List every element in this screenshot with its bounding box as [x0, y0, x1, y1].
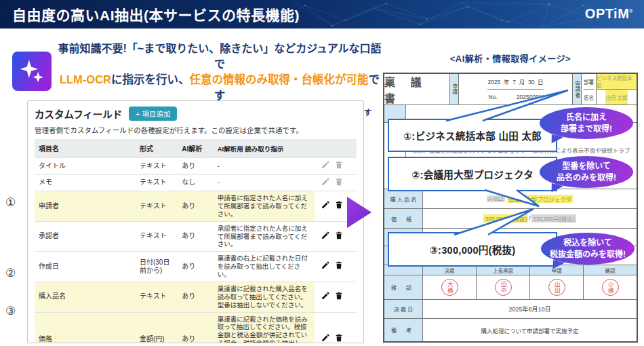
doc-decision-value: 2025年8月10日 — [423, 300, 637, 318]
table-row: 作成日 日付(30日前から) あり 稟議書の右上に記載された日付を読み取って抽出… — [35, 252, 357, 282]
sparkles-icon — [12, 52, 52, 91]
pencil-icon[interactable] — [319, 292, 332, 302]
marker-3: ③ — [5, 304, 16, 318]
bubble-1: 氏名に加え 部署まで取得! — [540, 107, 633, 139]
callout-3: ③:300,000円(税抜) — [388, 232, 557, 267]
marker-2: ② — [5, 266, 16, 280]
doc-confirm-label: 確 認 — [384, 275, 423, 299]
arrow-right-icon — [347, 197, 371, 228]
doc-dept-value: ビジネス統括本部 — [597, 74, 637, 90]
table-row-highlighted: 申請者 テキスト あり 申請者に指定された人名に加えて所属部署まで読み取ってくだ… — [35, 191, 357, 222]
optim-logo: OPTiM® — [585, 6, 633, 22]
pencil-icon[interactable] — [319, 334, 332, 343]
pencil-icon[interactable] — [319, 231, 332, 242]
table-header-row: 項目名 形式 AI解析 AI解析用 読み取り指示 — [35, 139, 357, 158]
page-title: 自由度の高いAI抽出(本サービスの特長機能) — [0, 4, 300, 24]
trash-icon[interactable] — [332, 178, 346, 188]
trash-icon[interactable] — [332, 201, 346, 211]
doc-stamps-row: 確 認 大橋 田中 山田 小橋 — [384, 275, 637, 300]
table-row-highlighted: 価格 金額(円) あり 稟議書に記載された価格を読み取って抽出してください。税抜… — [35, 312, 357, 343]
doc-dept-label: 部署 — [584, 74, 594, 90]
column-header-name: 項目名 — [35, 139, 136, 158]
table-row-highlighted: 購入品名 テキスト あり 稟議書に記載された購入品名を読み取って抽出してください… — [35, 282, 357, 312]
column-header-actions — [315, 139, 357, 158]
doc-approval-header: 決裁 — [423, 265, 477, 275]
add-field-button[interactable]: + 項目追加 — [129, 107, 177, 121]
preview-title: <AI解析・情報取得イメージ> — [383, 52, 638, 64]
trash-icon[interactable] — [332, 231, 346, 242]
doc-name-value: 山田 太郎 — [605, 90, 627, 104]
doc-name-label: 氏名 — [584, 90, 594, 104]
pencil-icon[interactable] — [319, 201, 332, 211]
marker-1: ① — [5, 195, 16, 210]
pencil-icon[interactable] — [319, 261, 332, 271]
doc-approval-header-row: 決裁 上長承認 申請 確認 — [384, 265, 637, 275]
column-header-format: 形式 — [136, 139, 178, 158]
trash-icon[interactable] — [332, 261, 346, 271]
doc-approval-header: 確認 — [584, 265, 637, 275]
callout-3-pointer — [444, 206, 546, 236]
trash-icon[interactable] — [332, 161, 346, 171]
custom-fields-table: 項目名 形式 AI解析 AI解析用 読み取り指示 タイトル テキスト あり - … — [35, 139, 357, 343]
trash-icon[interactable] — [332, 292, 346, 302]
table-row: 承認者 テキスト あり 承認者に指定された人名に加えて所属部署まで読み取ってくだ… — [35, 221, 357, 252]
panel-description: 管理者側でカスタムフィールドの各種設定が行えます。この設定は企業で共通です。 — [35, 125, 357, 135]
doc-notes-value: 購入処理について申請部署で実施予定 — [423, 319, 637, 341]
banner: 自由度の高いAI抽出(本サービスの特長機能) OPTiM® — [0, 0, 644, 28]
pencil-icon[interactable] — [319, 178, 332, 188]
stamp-seal: 大橋 — [441, 279, 458, 296]
column-header-instruction: AI解析用 読み取り指示 — [214, 139, 315, 158]
bubble-2: 型番を除いて 品名のみを取得! — [540, 156, 633, 188]
callout-1: ①:ビジネス統括本部 山田 太郎 — [388, 119, 557, 152]
pencil-icon[interactable] — [319, 161, 332, 171]
doc-notes-label: 備 考 — [384, 319, 423, 341]
callout-2: ②:会議用大型プロジェクタ — [388, 157, 557, 191]
doc-decision-label: 決 裁 日 — [384, 300, 423, 318]
doc-item-label: 購 入 品 名 — [384, 189, 423, 208]
bubble-3: 税込を除いて 税抜金額のみを取得! — [541, 233, 635, 265]
panel-title: カスタムフィールド — [35, 107, 122, 121]
doc-approval-header: 上長承認 — [477, 265, 530, 275]
doc-price-label: 価 格 — [384, 209, 423, 228]
doc-decision-row: 決 裁 日 2025年8月10日 — [384, 300, 637, 319]
slide: { "banner": { "title": "自由度の高いAI抽出(本サービス… — [0, 0, 644, 346]
doc-notes-row: 備 考 購入処理について申請部署で実施予定 — [384, 319, 637, 341]
custom-fields-panel: カスタムフィールド + 項目追加 管理者側でカスタムフィールドの各種設定が行えま… — [27, 100, 364, 343]
stamp-seal: 山田 — [548, 279, 565, 296]
stamp-seal: 田中 — [495, 279, 512, 296]
table-row: タイトル テキスト あり - — [35, 158, 357, 175]
column-header-ai: AI解析 — [178, 139, 213, 158]
stamp-seal: 小橋 — [602, 279, 619, 296]
trash-icon[interactable] — [332, 334, 346, 343]
intro-line1: 事前知識不要!「~まで取りたい、除きたい」などカジュアルな口語で — [54, 41, 385, 72]
table-row: メモ テキスト なし - — [35, 174, 357, 191]
